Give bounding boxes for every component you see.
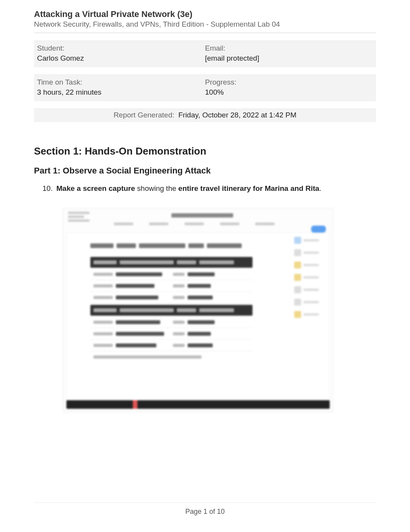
lab-title: Attacking a Virtual Private Network (3e) (34, 9, 376, 19)
question-text: Make a screen capture showing the entire… (56, 184, 321, 193)
footer-divider (34, 502, 376, 503)
report-generated-box: Report Generated: Friday, October 28, 20… (34, 108, 376, 122)
part-title: Part 1: Observe a Social Engineering Att… (34, 166, 376, 176)
question-bold-2: entire travel itinerary for Marina and R… (178, 184, 319, 192)
lab-subtitle: Network Security, Firewalls, and VPNs, T… (34, 20, 376, 29)
page-footer: Page 1 of 10 (0, 508, 410, 516)
time-value: 3 hours, 22 minutes (37, 88, 205, 97)
email-label: Email: (205, 44, 373, 53)
report-label: Report Generated: (114, 111, 174, 119)
question-mid: showing the (135, 184, 178, 192)
progress-value: 100% (205, 88, 373, 97)
question-bold-1: Make a screen capture (56, 184, 135, 192)
screenshot-placeholder (63, 208, 333, 412)
question-item: 10. Make a screen capture showing the en… (34, 184, 376, 193)
question-end: . (319, 184, 321, 192)
student-info-box: Student: Carlos Gomez Email: [email prot… (34, 40, 376, 67)
time-label: Time on Task: (37, 78, 205, 87)
email-value: [email protected] (205, 54, 373, 63)
report-value: Friday, October 28, 2022 at 1:42 PM (178, 111, 296, 119)
task-info-box: Time on Task: 3 hours, 22 minutes Progre… (34, 74, 376, 101)
header-divider (34, 32, 376, 33)
section-title: Section 1: Hands-On Demonstration (34, 145, 376, 157)
question-number: 10. (42, 184, 56, 193)
student-value: Carlos Gomez (37, 54, 205, 63)
progress-label: Progress: (205, 78, 373, 87)
student-label: Student: (37, 44, 205, 53)
